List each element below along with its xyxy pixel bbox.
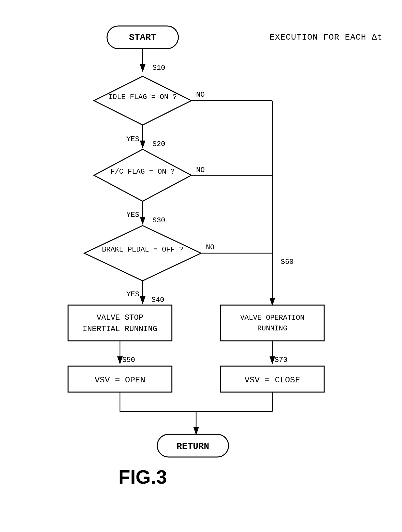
page: EXECUTION FOR EACH Δt START S10 IDLE FLA… xyxy=(0,0,402,532)
svg-rect-27 xyxy=(68,305,172,341)
svg-text:VSV = CLOSE: VSV = CLOSE xyxy=(244,375,300,385)
svg-text:S50: S50 xyxy=(122,356,135,364)
svg-text:F/C FLAG = ON ?: F/C FLAG = ON ? xyxy=(111,168,175,176)
svg-text:RUNNING: RUNNING xyxy=(257,325,287,333)
svg-text:S70: S70 xyxy=(275,356,288,364)
svg-text:FIG.3: FIG.3 xyxy=(118,466,167,488)
svg-text:RETURN: RETURN xyxy=(177,441,209,452)
svg-text:YES: YES xyxy=(126,211,139,219)
svg-text:S60: S60 xyxy=(281,258,294,266)
svg-text:BRAKE PEDAL = OFF ?: BRAKE PEDAL = OFF ? xyxy=(102,246,183,254)
svg-text:YES: YES xyxy=(126,291,139,299)
svg-text:VSV = OPEN: VSV = OPEN xyxy=(95,375,145,385)
svg-text:NO: NO xyxy=(196,166,205,174)
svg-text:INERTIAL RUNNING: INERTIAL RUNNING xyxy=(83,325,157,333)
svg-text:S20: S20 xyxy=(152,140,165,148)
svg-text:VALVE STOP: VALVE STOP xyxy=(97,313,143,322)
svg-text:S30: S30 xyxy=(152,217,165,225)
svg-text:NO: NO xyxy=(206,243,214,252)
svg-text:S40: S40 xyxy=(151,296,164,304)
svg-text:YES: YES xyxy=(126,135,139,143)
svg-text:VALVE OPERATION: VALVE OPERATION xyxy=(240,314,304,322)
svg-rect-36 xyxy=(220,305,324,341)
flowchart-svg: START S10 IDLE FLAG = ON ? YES NO S20 F/… xyxy=(26,13,376,493)
svg-text:IDLE FLAG = ON ?: IDLE FLAG = ON ? xyxy=(108,93,177,101)
svg-text:S10: S10 xyxy=(152,64,165,72)
svg-text:START: START xyxy=(129,32,156,43)
svg-text:NO: NO xyxy=(196,91,205,99)
